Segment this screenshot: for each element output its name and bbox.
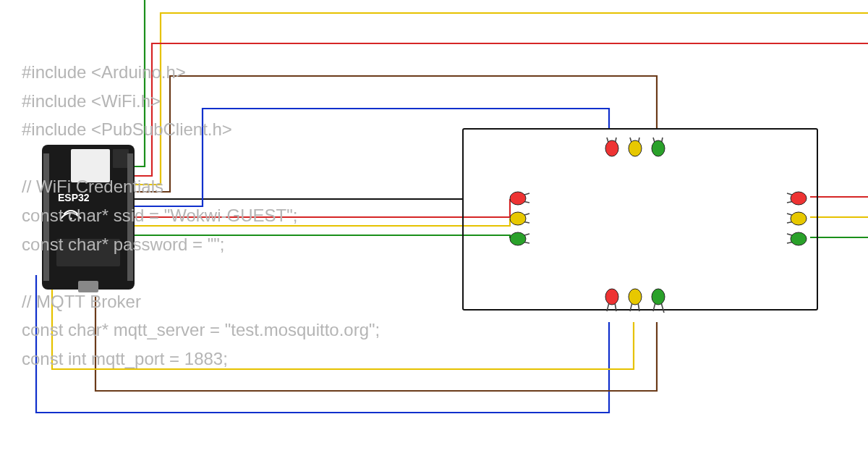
svg-rect-6 bbox=[127, 153, 133, 281]
svg-point-17 bbox=[605, 289, 618, 305]
led-bottom-red[interactable] bbox=[605, 289, 618, 311]
led-right-red[interactable] bbox=[787, 192, 807, 205]
led-top-red[interactable] bbox=[605, 138, 618, 156]
led-right-yellow[interactable] bbox=[787, 212, 807, 225]
svg-point-12 bbox=[510, 212, 526, 225]
svg-point-19 bbox=[652, 289, 665, 305]
svg-point-18 bbox=[629, 289, 642, 305]
svg-point-10 bbox=[652, 140, 665, 156]
svg-rect-1 bbox=[71, 149, 110, 182]
board-label: ESP32 bbox=[58, 192, 90, 203]
led-top-green[interactable] bbox=[652, 138, 665, 156]
svg-rect-5 bbox=[43, 153, 49, 281]
svg-point-9 bbox=[629, 140, 642, 156]
led-left-green[interactable] bbox=[510, 232, 529, 245]
wiring-svg: ESP32 bbox=[0, 0, 868, 456]
led-bottom-yellow[interactable] bbox=[629, 289, 642, 311]
svg-point-7 bbox=[70, 218, 72, 220]
svg-rect-4 bbox=[78, 281, 98, 292]
svg-rect-2 bbox=[56, 239, 120, 266]
led-left-yellow[interactable] bbox=[510, 212, 529, 225]
svg-point-15 bbox=[791, 212, 807, 225]
led-left-red[interactable] bbox=[510, 192, 529, 205]
svg-point-8 bbox=[605, 140, 618, 156]
led-top-yellow[interactable] bbox=[629, 138, 642, 156]
led-right-green[interactable] bbox=[787, 232, 807, 245]
svg-point-13 bbox=[510, 232, 526, 245]
svg-rect-3 bbox=[113, 149, 129, 168]
svg-point-16 bbox=[791, 232, 807, 245]
svg-point-14 bbox=[791, 192, 807, 205]
svg-point-11 bbox=[510, 192, 526, 205]
schematic-canvas[interactable]: ESP32 bbox=[0, 0, 868, 456]
esp32-board[interactable]: ESP32 bbox=[42, 145, 135, 292]
